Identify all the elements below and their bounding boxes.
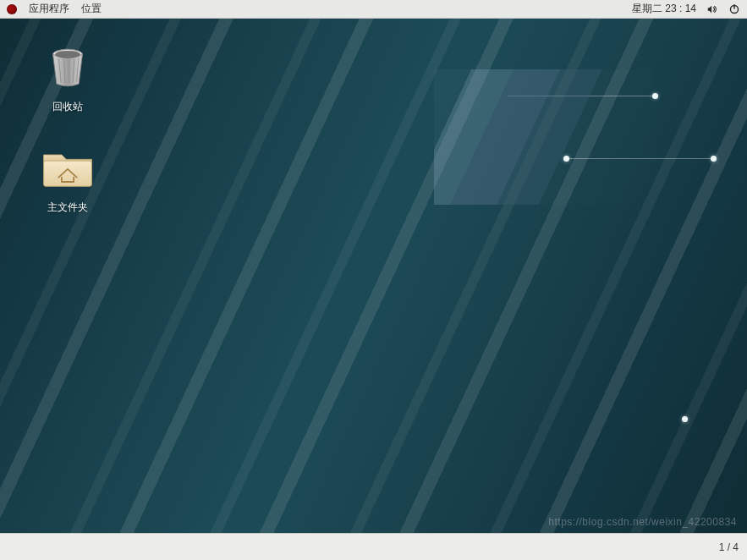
system-logo-icon — [7, 4, 17, 14]
svg-point-7 — [55, 51, 80, 58]
top-menu-bar: 应用程序 位置 星期二 23 : 14 — [0, 0, 747, 19]
desktop-icon-trash[interactable]: 回收站 — [17, 36, 118, 119]
desktop-icon-label: 主文件夹 — [47, 200, 88, 215]
power-icon[interactable] — [728, 3, 740, 15]
desktop-wallpaper-area[interactable]: 回收站 — [0, 19, 747, 533]
clock-datetime[interactable]: 星期二 23 : 14 — [632, 2, 696, 16]
volume-icon[interactable] — [706, 3, 718, 15]
trash-icon — [41, 41, 95, 95]
home-folder-icon — [41, 141, 95, 195]
menu-applications[interactable]: 应用程序 — [29, 2, 69, 16]
desktop-icon-label: 回收站 — [52, 100, 83, 114]
watermark-text: https://blog.csdn.net/weixin_42200834 — [548, 516, 737, 528]
bottom-bar: 1 / 4 — [0, 533, 747, 560]
page-indicator: 1 / 4 — [719, 541, 739, 553]
menu-places[interactable]: 位置 — [81, 2, 102, 16]
desktop-icon-home-folder[interactable]: 主文件夹 — [17, 136, 118, 220]
